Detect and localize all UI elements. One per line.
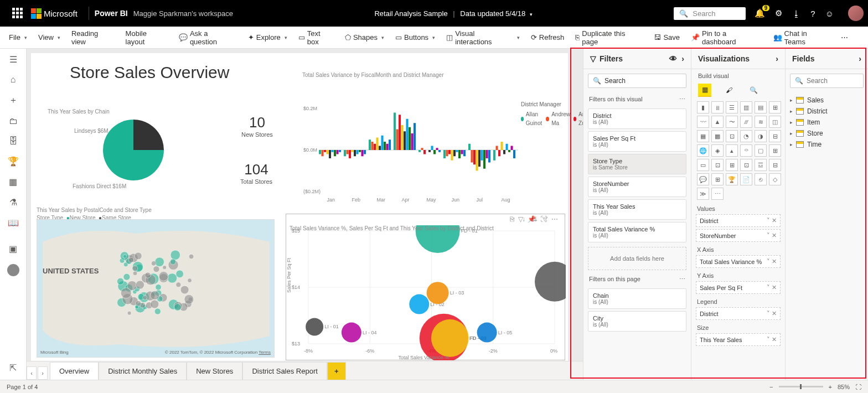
visual-interactions-button[interactable]: ◫ Visual interactions: [446, 29, 520, 46]
viz-type-icon[interactable]: ⊟: [769, 130, 781, 142]
tab-district-sales-report[interactable]: District Sales Report: [242, 362, 327, 380]
pie-chart-visual[interactable]: [103, 120, 164, 180]
viz-type-icon[interactable]: ⊟: [769, 159, 781, 171]
viz-type-icon[interactable]: ⌔: [740, 144, 752, 157]
notifications-icon[interactable]: 🔔9: [755, 8, 765, 18]
values-well-district[interactable]: District˅ ✕: [696, 214, 781, 227]
next-page-button[interactable]: ›: [38, 366, 48, 380]
reading-view-button[interactable]: Reading view: [71, 29, 115, 46]
analytics-tab[interactable]: 🔍: [747, 84, 760, 97]
viz-type-icon[interactable]: ☲: [755, 159, 767, 171]
viz-type-icon[interactable]: ☰: [726, 101, 738, 113]
home-icon[interactable]: ⌂: [11, 75, 16, 85]
field-table-item[interactable]: ▸Item: [790, 117, 864, 128]
viz-type-icon[interactable]: ▩: [711, 130, 724, 142]
viz-type-icon[interactable]: ◔: [740, 130, 752, 142]
menu-icon[interactable]: ☰: [9, 54, 17, 65]
viz-type-icon[interactable]: ◫: [769, 116, 781, 128]
help-icon[interactable]: ?: [810, 9, 815, 18]
collapse-fields-icon[interactable]: ›: [859, 54, 861, 63]
deploy-icon[interactable]: ⚗: [9, 197, 17, 208]
ask-question-button[interactable]: 💬 Ask a question: [179, 29, 237, 46]
mobile-layout-button[interactable]: Mobile layout: [126, 29, 168, 46]
tab-overview[interactable]: Overview: [50, 362, 99, 380]
viz-type-icon[interactable]: ≫: [697, 188, 709, 200]
zoom-slider[interactable]: [779, 386, 823, 387]
filter-card-store-type[interactable]: Store Typeis Same Store: [588, 154, 686, 174]
global-search[interactable]: 🔍 Search: [674, 7, 746, 20]
xaxis-well[interactable]: Total Sales Variance %˅ ✕: [696, 255, 781, 268]
filter-card-this-year-sales[interactable]: This Year Salesis (All): [588, 199, 686, 220]
add-page-button[interactable]: +: [327, 362, 346, 380]
zoom-in-button[interactable]: +: [829, 384, 832, 390]
feedback-icon[interactable]: ☺: [825, 9, 834, 18]
drill-down-icon[interactable]: ↓: [522, 215, 525, 223]
drill-hierarchy-icon[interactable]: ⩔: [542, 215, 549, 223]
duplicate-page-button[interactable]: ⎘ Duplicate this page: [575, 29, 643, 46]
viz-type-icon[interactable]: ⋯: [711, 188, 724, 200]
viz-type-icon[interactable]: ▦: [697, 130, 709, 142]
scatter-visual[interactable]: ⎘ ▽ 📌 ⛶ ⋯ ↑ ↓ ⇊ ⩔ Total Sales Variance %…: [286, 214, 565, 360]
buttons-button[interactable]: ▭ Buttons: [395, 33, 435, 42]
drill-up-icon[interactable]: ↑: [512, 215, 515, 223]
viz-type-icon[interactable]: 〰: [697, 116, 709, 128]
viz-type-icon[interactable]: ⎋: [755, 173, 767, 185]
settings-icon[interactable]: ⚙: [775, 8, 782, 18]
metrics-icon[interactable]: 🏆: [8, 156, 19, 167]
filter-search[interactable]: 🔍 Search: [588, 74, 686, 88]
more-button[interactable]: ⋯: [841, 33, 848, 42]
bar-chart-visual[interactable]: $0.2M$0.0M($0.2M)JanFebMarAprMayJunJulAu…: [302, 92, 518, 208]
view-hidden-icon[interactable]: 👁: [669, 54, 677, 63]
legend-item[interactable]: Andrew Ma: [546, 110, 571, 128]
legend-item[interactable]: Allan Guinot: [521, 110, 544, 128]
filters-visual-more[interactable]: ⋯: [679, 96, 685, 103]
viz-type-icon[interactable]: ▢: [755, 144, 767, 157]
viz-type-icon[interactable]: ▭: [697, 159, 709, 171]
workspace-label[interactable]: Maggie Sparkman's workspace: [133, 9, 233, 18]
add-filter-drop[interactable]: Add data fields here: [588, 247, 686, 270]
viz-type-icon[interactable]: ⊡: [726, 130, 738, 142]
expand-rail-icon[interactable]: ⇱: [9, 363, 17, 373]
viz-type-icon[interactable]: ◇: [769, 173, 781, 185]
legend-item[interactable]: Annelie Zubar: [574, 110, 583, 128]
filter-card-district[interactable]: Districtis (All): [588, 108, 686, 129]
save-button[interactable]: 🖫 Save: [654, 33, 680, 42]
viz-type-icon[interactable]: ▮: [697, 101, 709, 113]
filter-card-sales-per-sq-ft[interactable]: Sales Per Sq Ftis (All): [588, 131, 686, 152]
user-avatar[interactable]: [848, 6, 864, 21]
viz-type-icon[interactable]: ⫼: [711, 101, 724, 113]
textbox-button[interactable]: ▭ Text box: [298, 29, 334, 46]
field-table-sales[interactable]: ▸Sales: [790, 95, 864, 106]
viz-type-icon[interactable]: 🏆: [726, 173, 738, 185]
viz-type-icon[interactable]: ⊞: [726, 159, 738, 171]
filter-card-chain[interactable]: Chainis (All): [588, 288, 686, 309]
learn-icon[interactable]: 📖: [8, 218, 19, 228]
map-terms-link[interactable]: Terms: [259, 350, 271, 355]
workspaces-icon[interactable]: ▣: [9, 244, 17, 254]
datahub-icon[interactable]: 🗄: [9, 136, 18, 146]
zoom-out-button[interactable]: −: [769, 384, 773, 390]
size-well[interactable]: This Year Sales˅ ✕: [696, 333, 781, 346]
tab-new-stores[interactable]: New Stores: [187, 362, 242, 380]
legend-well[interactable]: District˅ ✕: [696, 307, 781, 320]
viz-type-icon[interactable]: ⊡: [711, 159, 724, 171]
prev-page-button[interactable]: ‹: [27, 366, 37, 380]
viz-type-icon[interactable]: ◑: [755, 130, 767, 142]
field-table-time[interactable]: ▸Time: [790, 139, 864, 150]
more-options-icon[interactable]: ⋯: [551, 215, 558, 223]
kpi-new-stores[interactable]: 10 New Stores: [241, 114, 273, 138]
viz-type-icon[interactable]: ▲: [711, 116, 724, 128]
chat-teams-button[interactable]: 👥 Chat in Teams: [773, 29, 830, 46]
fields-search[interactable]: 🔍: [790, 74, 864, 88]
values-well-storenumber[interactable]: StoreNumber˅ ✕: [696, 229, 781, 242]
viz-type-icon[interactable]: ⊡: [740, 159, 752, 171]
pin-dashboard-button[interactable]: 📌 Pin to a dashboard: [691, 29, 762, 46]
refresh-button[interactable]: ⟳ Refresh: [531, 33, 565, 42]
shapes-button[interactable]: ⬠ Shapes: [345, 33, 384, 42]
filter-card-total-sales-variance-%[interactable]: Total Sales Variance %is (All): [588, 222, 686, 242]
apps-icon[interactable]: ▦: [9, 177, 17, 187]
collapse-viz-icon[interactable]: ›: [776, 54, 778, 63]
viz-type-icon[interactable]: ≋: [755, 116, 767, 128]
field-table-store[interactable]: ▸Store: [790, 128, 864, 139]
fit-page-icon[interactable]: ⛶: [855, 384, 861, 390]
